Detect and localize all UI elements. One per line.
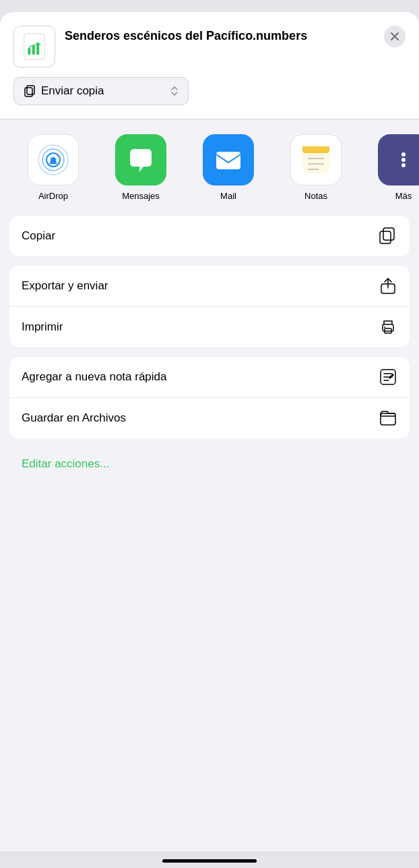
svg-point-18 <box>401 152 406 156</box>
imprimir-label: Imprimir <box>22 320 63 334</box>
edit-actions-label: Editar acciones... <box>22 457 109 470</box>
action-group-copy: Copiar <box>9 216 410 256</box>
actions-section: Copiar Exportar y enviar <box>0 216 419 480</box>
exportar-label: Exportar y enviar <box>22 279 108 293</box>
mail-icon <box>203 134 254 185</box>
quick-note-icon <box>379 368 397 386</box>
app-item-airdrop[interactable]: AirDrop <box>9 134 97 201</box>
action-group-export: Exportar y enviar Imprimir <box>9 266 410 347</box>
chevron-updown-icon <box>170 86 179 96</box>
action-guardar-archivos[interactable]: Guardar en Archivos <box>9 398 410 438</box>
action-imprimir[interactable]: Imprimir <box>9 307 410 347</box>
share-icon <box>379 277 397 295</box>
airdrop-label: AirDrop <box>38 191 68 201</box>
app-item-more[interactable]: Más <box>360 134 419 201</box>
more-icon <box>378 134 419 185</box>
svg-point-19 <box>401 158 406 162</box>
print-icon <box>379 318 397 337</box>
svg-rect-4 <box>25 88 32 96</box>
airdrop-icon <box>28 134 79 185</box>
apps-row: AirDrop Mensajes Mail <box>0 119 419 216</box>
action-copiar[interactable]: Copiar <box>9 216 410 256</box>
svg-rect-3 <box>36 42 39 55</box>
send-copy-button[interactable]: Enviar copia <box>13 77 189 105</box>
svg-rect-10 <box>216 152 240 169</box>
app-item-messages[interactable]: Mensajes <box>97 134 185 201</box>
files-icon <box>379 409 397 428</box>
notes-icon <box>290 134 342 185</box>
app-item-notes[interactable]: Notas <box>272 134 360 201</box>
send-copy-left: Enviar copia <box>24 84 104 98</box>
close-button[interactable] <box>384 26 406 47</box>
messages-label: Mensajes <box>122 191 160 201</box>
header-top: Senderos escénicos del Pacífico.numbers <box>13 26 406 67</box>
action-exportar[interactable]: Exportar y enviar <box>9 266 410 307</box>
svg-rect-28 <box>381 413 395 425</box>
svg-point-26 <box>384 326 385 328</box>
svg-rect-21 <box>380 231 391 243</box>
copiar-label: Copiar <box>22 229 55 243</box>
svg-point-20 <box>401 163 406 167</box>
edit-actions[interactable]: Editar acciones... <box>9 448 410 480</box>
svg-rect-13 <box>302 146 329 150</box>
action-nota-rapida[interactable]: Agregar a nueva nota rápida <box>9 357 410 398</box>
file-title: Senderos escénicos del Pacífico.numbers <box>65 26 375 44</box>
nota-rapida-label: Agregar a nueva nota rápida <box>22 370 167 384</box>
copy-icon <box>379 227 397 245</box>
more-label: Más <box>395 191 412 201</box>
home-bar <box>162 859 257 863</box>
svg-rect-5 <box>27 86 34 94</box>
header-section: Senderos escénicos del Pacífico.numbers … <box>0 12 419 119</box>
share-sheet: Senderos escénicos del Pacífico.numbers … <box>0 12 419 851</box>
guardar-archivos-label: Guardar en Archivos <box>22 411 126 425</box>
action-group-notes: Agregar a nueva nota rápida Guardar en A… <box>9 357 410 438</box>
app-item-mail[interactable]: Mail <box>185 134 272 201</box>
svg-rect-22 <box>383 228 394 240</box>
send-copy-label: Enviar copia <box>41 84 104 98</box>
home-indicator <box>0 851 419 868</box>
messages-icon <box>115 134 166 185</box>
file-icon <box>13 26 55 67</box>
notes-label: Notas <box>304 191 327 201</box>
mail-label: Mail <box>220 191 236 201</box>
